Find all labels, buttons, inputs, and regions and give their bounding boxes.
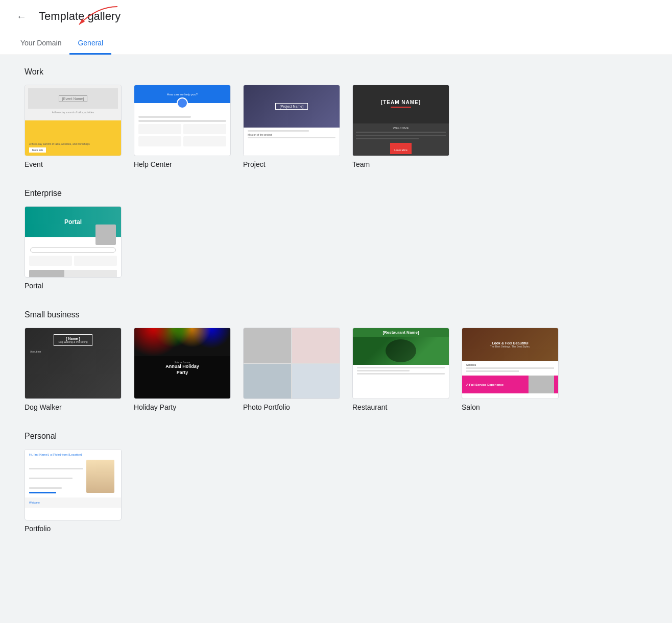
template-label-event: Event xyxy=(25,160,122,168)
template-label-project: Project xyxy=(243,160,340,168)
tab-your-domain[interactable]: Your Domain xyxy=(12,33,69,55)
template-item-project[interactable]: [Project Name] Mission of the project Pr… xyxy=(243,85,340,168)
template-label-help-center: Help Center xyxy=(134,160,231,168)
template-thumb-portfolio[interactable]: Hi, I'm [Name], a [Role] from [Location] xyxy=(25,449,122,520)
template-thumb-dog-walker[interactable]: { Name } Dog Walking & Pet Sitting About… xyxy=(25,328,122,399)
template-thumb-photo-portfolio[interactable] xyxy=(243,328,340,399)
enterprise-template-grid: Portal Portal xyxy=(25,206,647,290)
template-item-event[interactable]: [Event Name] A three-day summit of talks… xyxy=(25,85,122,168)
section-title-work: Work xyxy=(25,67,647,77)
page-title: Template gallery xyxy=(39,10,121,23)
template-label-team: Team xyxy=(352,160,449,168)
main-content: Work [Event Name] A three-day summit of … xyxy=(0,55,672,565)
template-thumb-restaurant[interactable]: [Restaurant Name] xyxy=(352,328,449,399)
template-thumb-project[interactable]: [Project Name] Mission of the project xyxy=(243,85,340,156)
template-item-dog-walker[interactable]: { Name } Dog Walking & Pet Sitting About… xyxy=(25,328,122,411)
template-item-holiday-party[interactable]: Join us for our Annual HolidayParty Holi… xyxy=(134,328,231,411)
template-item-help-center[interactable]: How can we help you? H xyxy=(134,85,231,168)
template-label-holiday-party: Holiday Party xyxy=(134,403,231,411)
small-business-template-grid: { Name } Dog Walking & Pet Sitting About… xyxy=(25,328,647,411)
section-title-personal: Personal xyxy=(25,432,647,441)
personal-template-grid: Hi, I'm [Name], a [Role] from [Location] xyxy=(25,449,647,533)
section-title-enterprise: Enterprise xyxy=(25,189,647,198)
template-item-team[interactable]: [TEAM NAME] WELCOME Learn More xyxy=(352,85,449,168)
section-title-small-business: Small business xyxy=(25,310,647,319)
back-button[interactable]: ← xyxy=(12,7,31,27)
template-label-portal: Portal xyxy=(25,282,122,290)
template-thumb-team[interactable]: [TEAM NAME] WELCOME Learn More xyxy=(352,85,449,156)
template-thumb-help-center[interactable]: How can we help you? xyxy=(134,85,231,156)
template-label-salon: Salon xyxy=(462,403,559,411)
tabs-bar: Your Domain General xyxy=(12,33,660,55)
template-thumb-holiday-party[interactable]: Join us for our Annual HolidayParty xyxy=(134,328,231,399)
header: ← Template gallery Your Domain General xyxy=(0,0,672,55)
work-template-grid: [Event Name] A three-day summit of talks… xyxy=(25,85,647,168)
template-thumb-portal[interactable]: Portal xyxy=(25,206,122,278)
template-thumb-event[interactable]: [Event Name] A three-day summit of talks… xyxy=(25,85,122,156)
template-label-portfolio: Portfolio xyxy=(25,525,122,533)
template-item-photo-portfolio[interactable]: Photo Portfolio xyxy=(243,328,340,411)
template-item-salon[interactable]: Look & Feel Beautiful The Best Settings.… xyxy=(462,328,559,411)
template-label-photo-portfolio: Photo Portfolio xyxy=(243,403,340,411)
template-item-portfolio[interactable]: Hi, I'm [Name], a [Role] from [Location] xyxy=(25,449,122,533)
template-thumb-salon[interactable]: Look & Feel Beautiful The Best Settings.… xyxy=(462,328,559,399)
template-label-dog-walker: Dog Walker xyxy=(25,403,122,411)
template-label-restaurant: Restaurant xyxy=(352,403,449,411)
template-item-restaurant[interactable]: [Restaurant Name] Restaurant xyxy=(352,328,449,411)
template-item-portal[interactable]: Portal Portal xyxy=(25,206,122,290)
tab-general[interactable]: General xyxy=(69,33,111,55)
